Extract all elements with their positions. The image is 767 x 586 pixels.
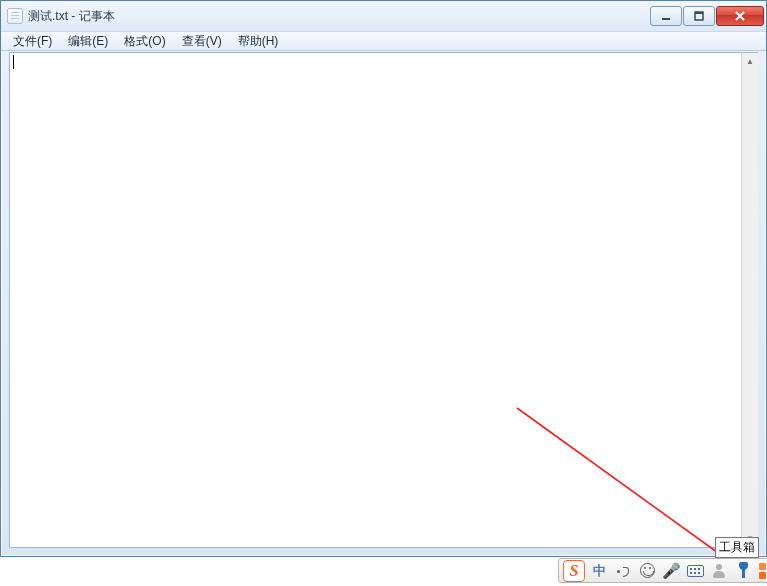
menu-edit[interactable]: 编辑(E) <box>60 32 116 51</box>
punctuation-icon <box>615 563 631 579</box>
client-area <box>9 52 758 548</box>
emoji-icon <box>640 563 655 578</box>
sogou-logo-icon[interactable] <box>563 560 585 582</box>
app-grid-icon <box>759 563 767 579</box>
text-caret <box>13 55 14 69</box>
minimize-button[interactable] <box>650 6 682 26</box>
app-file-icon <box>7 8 23 24</box>
menu-view[interactable]: 查看(V) <box>174 32 230 51</box>
ime-tooltip: 工具箱 <box>715 537 759 558</box>
ime-mode-button[interactable]: 中 <box>589 561 609 581</box>
toolbox-icon <box>736 563 751 578</box>
notepad-window: 测试.txt - 记事本 文件(F) 编辑(E) 格式(O) 查看(V) 帮助(… <box>0 0 767 557</box>
close-button[interactable] <box>716 6 764 26</box>
svg-rect-2 <box>695 12 703 14</box>
account-icon <box>712 564 726 578</box>
ime-apps-button[interactable] <box>757 561 767 581</box>
ime-punct-button[interactable] <box>613 561 633 581</box>
microphone-icon: 🎤 <box>662 562 681 580</box>
text-editor[interactable] <box>10 53 741 547</box>
svg-rect-0 <box>662 18 670 20</box>
ime-softkeyboard-button[interactable] <box>685 561 705 581</box>
ime-emoji-button[interactable] <box>637 561 657 581</box>
ime-toolbox-button[interactable] <box>733 561 753 581</box>
vertical-scrollbar[interactable] <box>741 53 758 547</box>
scroll-up-icon[interactable] <box>742 53 758 70</box>
maximize-button[interactable] <box>683 6 715 26</box>
menu-format[interactable]: 格式(O) <box>116 32 173 51</box>
menubar: 文件(F) 编辑(E) 格式(O) 查看(V) 帮助(H) <box>1 31 766 51</box>
window-controls <box>650 6 764 26</box>
ime-voice-button[interactable]: 🎤 <box>661 561 681 581</box>
ime-account-button[interactable] <box>709 561 729 581</box>
ime-toolbar[interactable]: 中 🎤 <box>558 558 767 583</box>
window-title: 测试.txt - 记事本 <box>28 8 115 25</box>
titlebar[interactable]: 测试.txt - 记事本 <box>1 1 766 31</box>
menu-file[interactable]: 文件(F) <box>5 32 60 51</box>
ime-mode-label: 中 <box>593 562 606 580</box>
keyboard-icon <box>687 565 704 577</box>
menu-help[interactable]: 帮助(H) <box>230 32 287 51</box>
